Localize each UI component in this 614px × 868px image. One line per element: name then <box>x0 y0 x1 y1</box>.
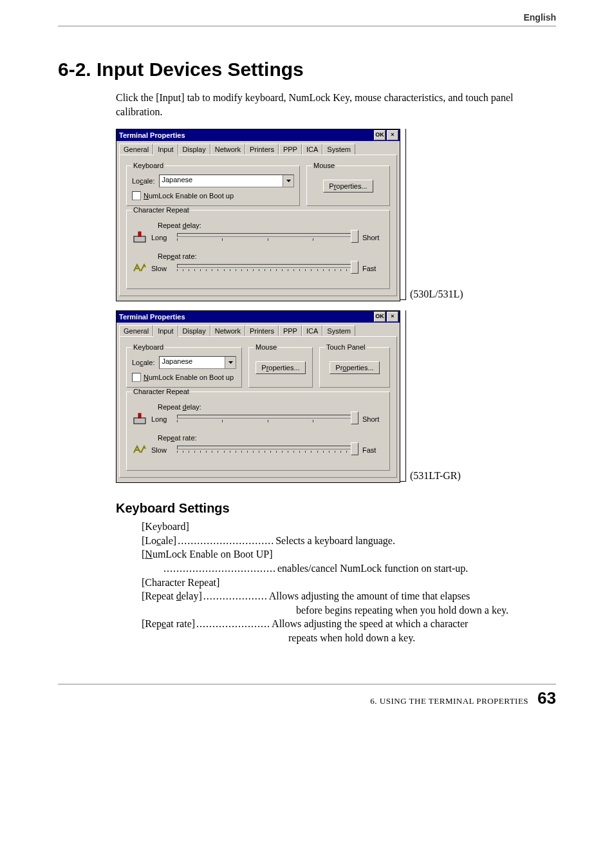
model-label-a: (530L/531L) <box>410 288 463 300</box>
tab-general[interactable]: General <box>119 144 153 155</box>
repeat-rate-label: Repeat rate: <box>158 434 384 442</box>
def-rate-term: [Repeat rate] <box>142 617 195 631</box>
blank <box>142 561 162 576</box>
ok-button[interactable]: OK <box>374 130 386 140</box>
window-title: Terminal Properties <box>119 313 373 321</box>
def-numlock-term: [NumLock Enable on Boot UP] <box>142 547 556 561</box>
rate-fast-label: Fast <box>362 446 384 454</box>
delay-short-label: Short <box>362 234 384 241</box>
tab-network[interactable]: Network <box>210 325 245 337</box>
chevron-down-icon[interactable] <box>225 357 236 368</box>
bracket-icon <box>400 129 406 300</box>
keyboard-group: Keyboard Locale: Japanese <box>126 162 300 206</box>
dots: .................... <box>202 589 269 603</box>
numlock-checkbox[interactable] <box>132 373 141 382</box>
intro-text: Click the [Input] tab to modify keyboard… <box>116 91 556 118</box>
mouse-legend: Mouse <box>312 162 336 169</box>
svg-rect-1 <box>134 236 145 242</box>
bracket-icon <box>400 310 406 482</box>
keyboard-delay-icon <box>132 413 147 426</box>
model-label-b: (531LT-GR) <box>410 470 461 482</box>
keyboard-group: Keyboard Locale: Japanese <box>126 343 242 388</box>
mouse-properties-button[interactable]: Properties... <box>323 180 373 193</box>
def-delay-desc: Allows adjusting the amount of time that… <box>269 589 556 603</box>
locale-label: Locale: <box>132 359 155 366</box>
close-button[interactable]: × <box>387 312 398 322</box>
tab-printers[interactable]: Printers <box>245 144 279 155</box>
touch-legend: Touch Panel <box>325 343 367 351</box>
definitions: [Keyboard] [Locale] ....................… <box>142 520 556 645</box>
rate-fast-label: Fast <box>362 265 384 272</box>
chevron-down-icon[interactable] <box>283 175 293 187</box>
svg-rect-5 <box>138 413 141 418</box>
keyboard-delay-icon <box>132 231 147 244</box>
dots: ....................... <box>195 617 272 631</box>
dots: .............................. <box>176 534 275 548</box>
section-title: 6-2. Input Devices Settings <box>58 59 556 80</box>
def-locale-desc: Selects a keyboard language. <box>275 534 556 548</box>
tab-strip: General Input Display Network Printers P… <box>119 325 397 337</box>
tab-ppp[interactable]: PPP <box>279 144 302 155</box>
svg-rect-2 <box>138 232 141 236</box>
locale-combo[interactable]: Japanese <box>159 175 295 187</box>
mouse-legend: Mouse <box>254 343 278 351</box>
def-locale-term: [Locale] <box>142 534 176 548</box>
tab-ica[interactable]: ICA <box>302 144 322 155</box>
tab-system[interactable]: System <box>322 325 355 337</box>
tab-display[interactable]: Display <box>178 325 210 337</box>
delay-long-label: Long <box>151 234 173 241</box>
tab-strip: General Input Display Network Printers P… <box>119 144 397 155</box>
keyboard-rate-icon <box>132 263 147 274</box>
keyboard-legend: Keyboard <box>132 343 165 351</box>
tab-display[interactable]: Display <box>178 144 210 155</box>
keyboard-rate-icon <box>132 445 147 455</box>
def-keyboard: [Keyboard] <box>142 520 556 534</box>
numlock-checkbox[interactable] <box>132 191 141 200</box>
mouse-group: Mouse Properties... <box>306 162 390 206</box>
delay-short-label: Short <box>362 415 384 423</box>
tab-printers[interactable]: Printers <box>245 325 279 337</box>
locale-combo[interactable]: Japanese <box>159 356 237 369</box>
mouse-properties-button[interactable]: Properties... <box>256 361 305 374</box>
ok-button[interactable]: OK <box>374 312 386 322</box>
def-delay-desc2: before begins repeating when you hold do… <box>296 603 556 618</box>
tab-ppp[interactable]: PPP <box>279 325 302 337</box>
mouse-group: Mouse Properties... <box>248 343 313 388</box>
numlock-label: NumLock Enable on Boot up <box>144 373 234 381</box>
def-delay-term: [Repeat delay] <box>142 589 202 603</box>
repeat-delay-slider[interactable] <box>177 411 358 428</box>
locale-value: Japanese <box>160 357 225 368</box>
svg-rect-4 <box>134 418 145 424</box>
rate-slow-label: Slow <box>151 265 173 272</box>
locale-label: Locale: <box>132 177 155 185</box>
tab-input[interactable]: Input <box>153 325 178 337</box>
locale-value: Japanese <box>160 175 283 187</box>
header-lang: English <box>523 12 556 23</box>
repeat-delay-label: Repeat delay: <box>158 403 384 411</box>
repeat-rate-label: Repeat rate: <box>158 252 384 260</box>
tab-general[interactable]: General <box>119 325 153 337</box>
window-title: Terminal Properties <box>119 131 373 139</box>
page-number: 63 <box>537 688 556 708</box>
repeat-rate-slider[interactable] <box>177 260 358 277</box>
footer-text: 6. USING THE TERMINAL PROPERTIES <box>370 696 528 706</box>
def-rate-desc2: repeats when hold down a key. <box>288 631 556 645</box>
tab-system[interactable]: System <box>322 144 355 155</box>
tab-network[interactable]: Network <box>210 144 245 155</box>
screenshot-530l-531l: Terminal Properties OK × General Input D… <box>116 129 400 301</box>
charrep-legend: Character Repeat <box>132 206 191 214</box>
charrep-legend: Character Repeat <box>132 388 191 395</box>
tab-input[interactable]: Input <box>153 144 178 155</box>
close-button[interactable]: × <box>387 130 398 140</box>
touch-properties-button[interactable]: Properties... <box>330 361 379 374</box>
repeat-delay-label: Repeat delay: <box>158 222 384 229</box>
repeat-delay-slider[interactable] <box>177 229 358 246</box>
keyboard-legend: Keyboard <box>132 162 165 169</box>
def-rate-desc: Allows adjusting the speed at which a ch… <box>272 617 556 631</box>
svg-marker-3 <box>228 361 233 364</box>
def-numlock-desc: enables/cancel NumLock function on start… <box>277 561 556 576</box>
repeat-rate-slider[interactable] <box>177 442 358 458</box>
touch-panel-group: Touch Panel Properties... <box>319 343 390 388</box>
tab-ica[interactable]: ICA <box>302 325 322 337</box>
rate-slow-label: Slow <box>151 446 173 454</box>
